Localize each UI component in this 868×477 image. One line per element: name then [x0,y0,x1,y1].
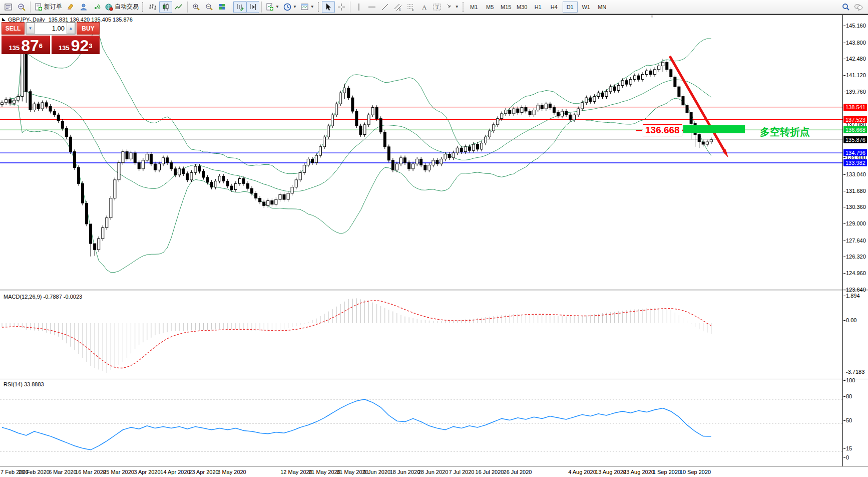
trendline-icon [381,3,389,11]
arrows-tool-button[interactable]: ▼ [444,1,461,13]
green-zone-rectangle[interactable] [683,125,745,133]
price-level-tag: 134.796 [843,149,867,156]
date-tick: 18 Jun 2020 [390,469,420,475]
tick-chart-button[interactable] [15,1,28,13]
auto-scroll-icon [236,3,244,11]
date-tick: 28 Jun 2020 [418,469,449,475]
text-tool-button[interactable]: A [417,1,430,13]
main-chart-canvas[interactable] [0,15,842,290]
date-tick: 16 Mar 2020 [75,469,106,475]
market-icon [80,3,88,11]
rsi-tick: 0 [846,454,849,460]
price-tick: 123.640 [846,287,866,293]
metaeditor-button[interactable] [64,1,77,13]
svg-text:T: T [436,4,439,10]
indicators-button[interactable]: ▼ [264,1,281,13]
buy-quote[interactable]: 135923 [52,36,100,54]
timeframe-m5[interactable]: M5 [483,2,498,13]
zoom-in-icon [192,3,200,11]
fibonacci-tool-button[interactable]: F [404,1,417,13]
periods-button[interactable]: ▼ [281,1,299,13]
market-button[interactable] [77,1,90,13]
new-order-button[interactable]: 新订单 [33,1,64,13]
price-level-tag: 138.541 [843,104,867,111]
price-tick: 141.120 [846,72,866,78]
timeframe-h1[interactable]: H1 [531,2,546,13]
chat-icon[interactable] [854,3,863,11]
buy-button[interactable]: BUY [77,22,100,35]
chevron-down-icon: ▼ [310,5,314,9]
current-price-tag: 135.876 [843,136,867,143]
channel-tool-button[interactable]: E [391,1,404,13]
date-tick: 3 Apr 2020 [134,469,160,475]
volume-input[interactable] [35,25,67,32]
one-click-collapse-icon[interactable]: ◣ [2,17,6,22]
date-tick: 7 Jul 2020 [449,469,475,475]
bar-chart-button[interactable] [146,1,159,13]
rsi-tick: 50 [846,417,852,423]
text-icon: A [420,3,428,11]
main-toolbar: 新订单 自动交易 ▼ ▼ [0,0,868,14]
chevron-down-icon: ▼ [275,5,279,9]
price-tick: 143.800 [846,40,866,46]
price-axis[interactable]: 145.160143.800142.480141.120139.760137.0… [843,15,868,466]
cursor-tool-button[interactable] [322,1,335,13]
sell-quote[interactable]: 135876 [2,36,50,54]
search-icon[interactable] [842,3,850,11]
chart-shift-icon [249,3,257,11]
timeframe-d1[interactable]: D1 [563,2,578,13]
turning-point-note[interactable]: 多空转折点 [760,125,810,139]
date-tick: 1 Sep 2020 [653,469,681,475]
timeframe-w1[interactable]: W1 [579,2,594,13]
date-tick: 12 May 2020 [280,469,312,475]
volume-decrease-button[interactable]: ▼ [26,23,35,34]
buy-price-sup: 3 [89,39,92,53]
vertical-line-icon [355,3,363,11]
zoom-out-button[interactable] [203,1,216,13]
candlestick-chart-icon [162,3,170,11]
line-chart-button[interactable] [172,1,185,13]
price-level-tag: 133.982 [843,159,867,166]
sell-price-prefix: 135 [9,43,20,53]
rsi-canvas[interactable] [0,379,842,466]
vertical-line-tool-button[interactable] [352,1,365,13]
timeframe-m15[interactable]: M15 [499,2,514,13]
horizontal-line-tool-button[interactable] [365,1,378,13]
volume-increase-button[interactable]: ▲ [67,23,75,34]
charts-list-button[interactable] [2,1,15,13]
date-tick: 21 May 2020 [308,469,340,475]
auto-scroll-button[interactable] [233,1,246,13]
price-tick: 126.320 [846,254,866,260]
zoom-in-button[interactable] [190,1,203,13]
chart-shift-button[interactable] [246,1,259,13]
signals-button[interactable] [90,1,103,13]
pane-separator[interactable] [0,290,868,291]
timeframe-m30[interactable]: M30 [515,2,530,13]
sell-price-sup: 6 [39,39,43,53]
cursor-icon [324,3,332,11]
label-tool-button[interactable]: T [430,1,444,13]
candlestick-chart-button[interactable] [159,1,172,13]
price-tick: 142.480 [846,56,866,62]
rsi-tick: 80 [846,393,852,399]
autotrading-button[interactable]: 自动交易 [103,1,141,13]
chart-shift-marker-icon[interactable]: ▿ [651,14,653,19]
macd-tick: 0.00 [846,317,856,323]
timeframe-h4[interactable]: H4 [547,2,562,13]
trendline-tool-button[interactable] [378,1,391,13]
date-tick: 13 Aug 2020 [595,469,626,475]
sell-button[interactable]: SELL [2,22,25,35]
date-axis[interactable]: 7 Feb 202026 Feb 20206 Mar 202016 Mar 20… [0,467,868,477]
macd-canvas[interactable] [0,292,842,378]
price-annotation-label[interactable]: 136.668 [643,124,682,136]
tile-windows-button[interactable] [216,1,229,13]
price-tick: 131.680 [846,188,866,194]
date-tick: 6 Mar 2020 [49,469,77,475]
tick-chart-icon [18,3,26,11]
rsi-indicator-label: RSI(14) 33.8883 [4,381,44,387]
date-tick: 3 May 2020 [217,469,246,475]
crosshair-tool-button[interactable] [335,1,348,13]
timeframe-mn[interactable]: MN [595,2,610,13]
templates-button[interactable]: ▼ [299,1,316,13]
timeframe-m1[interactable]: M1 [467,2,482,13]
